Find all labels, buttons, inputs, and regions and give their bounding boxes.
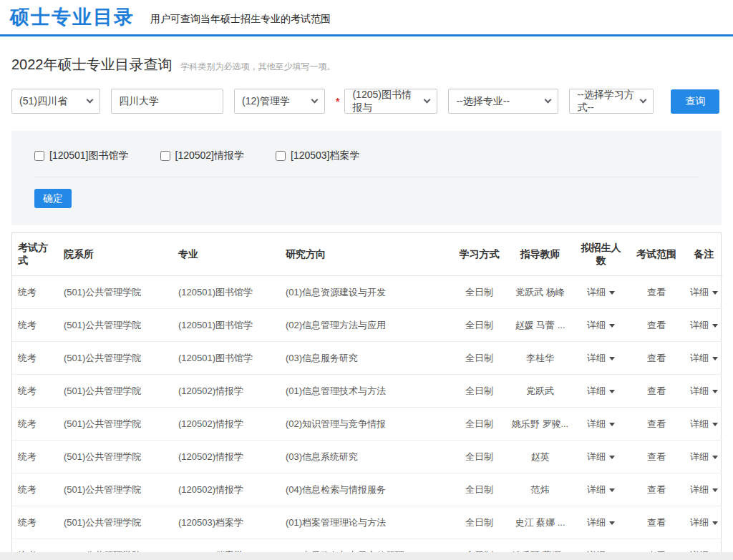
col-planned-enrollment: 拟招生人数 — [573, 233, 627, 276]
chevron-down-icon — [640, 97, 647, 104]
exam-scope-view-link[interactable]: 查看 — [647, 517, 666, 528]
planned-enrollment-cell: 详细 — [573, 342, 627, 375]
exam-scope-view-link[interactable]: 查看 — [647, 353, 666, 363]
app-title: 硕士专业目录 — [10, 4, 135, 30]
major-checkbox-120501[interactable] — [34, 151, 44, 161]
department-cell: (501)公共管理学院 — [58, 506, 173, 539]
remarks-detail-link[interactable]: 详细 — [690, 550, 718, 552]
exam-scope-view-link[interactable]: 查看 — [647, 418, 666, 429]
major-cell: (120501)图书馆学 — [173, 342, 280, 375]
department-cell: (501)公共管理学院 — [58, 408, 173, 441]
caret-down-icon — [609, 456, 615, 459]
exam-scope-cell: 查看 — [627, 309, 684, 342]
table-row: 统考 (501)公共管理学院 (120502)情报学 (03)信息系统研究 全日… — [12, 441, 722, 473]
major-cell: (120502)情报学 — [173, 375, 280, 408]
caret-down-icon — [609, 390, 615, 393]
study-mode-placeholder: --选择学习方式-- — [577, 89, 635, 114]
discipline-category-select[interactable]: (12)管理学 — [234, 89, 325, 114]
remarks-detail-link[interactable]: 详细 — [690, 451, 718, 462]
major-option-120503[interactable]: [120503]档案学 — [276, 149, 360, 162]
university-input[interactable]: 四川大学 — [111, 89, 223, 114]
major-select[interactable]: --选择专业-- — [448, 89, 558, 114]
remarks-cell: 详细 — [684, 441, 722, 473]
remarks-detail-link[interactable]: 详细 — [690, 484, 718, 495]
major-option-120501[interactable]: [120501]图书馆学 — [34, 149, 129, 162]
chevron-down-icon — [87, 97, 94, 104]
exam-scope-cell: 查看 — [627, 473, 684, 506]
exam-type-cell: 统考 — [12, 342, 58, 375]
planned-enrollment-detail-link[interactable]: 详细 — [587, 484, 615, 495]
exam-scope-view-link[interactable]: 查看 — [647, 287, 666, 298]
major-option-120502[interactable]: [120502]情报学 — [160, 149, 245, 162]
department-cell: (501)公共管理学院 — [58, 309, 173, 342]
research-direction-cell: (02)知识管理与竞争情报 — [280, 408, 452, 441]
results-table: 考试方式 院系所 专业 研究方向 学习方式 指导教师 拟招生人数 考试范围 备注… — [12, 233, 722, 552]
research-direction-cell: (02)信息管理方法与应用 — [280, 309, 452, 342]
exam-scope-cell: 查看 — [627, 342, 684, 375]
exam-scope-view-link[interactable]: 查看 — [647, 451, 666, 462]
remarks-cell: 详细 — [684, 539, 722, 553]
col-department: 院系所 — [58, 233, 173, 276]
planned-enrollment-cell: 详细 — [573, 309, 627, 342]
exam-scope-cell: 查看 — [627, 506, 684, 539]
major-cell: (120502)情报学 — [173, 408, 280, 441]
remarks-detail-link[interactable]: 详细 — [690, 385, 718, 396]
exam-scope-view-link[interactable]: 查看 — [647, 550, 666, 552]
province-select[interactable]: (51)四川省 — [11, 89, 100, 114]
research-direction-cell: (02)电子政务与电子文件管理 — [280, 539, 452, 553]
province-select-value: (51)四川省 — [19, 95, 67, 108]
remarks-cell: 详细 — [684, 276, 722, 309]
results-table-container: 考试方式 院系所 专业 研究方向 学习方式 指导教师 拟招生人数 考试范围 备注… — [11, 232, 722, 552]
study-mode-select[interactable]: --选择学习方式-- — [569, 89, 654, 114]
study-mode-cell: 全日制 — [452, 506, 505, 539]
exam-type-cell: 统考 — [12, 473, 58, 506]
planned-enrollment-detail-link[interactable]: 详细 — [587, 517, 615, 528]
remarks-cell: 详细 — [684, 309, 722, 342]
planned-enrollment-detail-link[interactable]: 详细 — [587, 320, 615, 330]
first-level-discipline-select[interactable]: (1205)图书情报与 — [344, 89, 437, 114]
remarks-detail-link[interactable]: 详细 — [690, 320, 718, 330]
planned-enrollment-detail-link[interactable]: 详细 — [587, 550, 615, 552]
planned-enrollment-detail-link[interactable]: 详细 — [587, 353, 615, 363]
confirm-button[interactable]: 确定 — [34, 189, 72, 208]
col-major: 专业 — [173, 233, 280, 276]
research-direction-cell: (01)信息资源建设与开发 — [280, 276, 452, 309]
department-cell: (501)公共管理学院 — [58, 375, 173, 408]
caret-down-icon — [609, 488, 615, 492]
discipline-category-value: (12)管理学 — [242, 95, 290, 108]
planned-enrollment-detail-link[interactable]: 详细 — [587, 451, 615, 462]
major-checkbox-120503[interactable] — [276, 151, 286, 161]
page: 硕士专业目录 用户可查询当年硕士招生专业的考试范围 2022年硕士专业目录查询 … — [0, 0, 733, 552]
department-cell: (501)公共管理学院 — [58, 342, 173, 375]
planned-enrollment-cell: 详细 — [573, 375, 627, 408]
research-direction-cell: (01)信息管理技术与方法 — [280, 375, 452, 408]
exam-scope-view-link[interactable]: 查看 — [647, 484, 666, 495]
remarks-detail-link[interactable]: 详细 — [690, 418, 718, 429]
required-asterisk: * — [336, 96, 339, 107]
query-button[interactable]: 查询 — [671, 89, 719, 114]
caret-down-icon — [712, 423, 718, 426]
planned-enrollment-cell: 详细 — [573, 506, 627, 539]
major-checkbox-row: [120501]图书馆学 [120502]情报学 [120503]档案学 — [34, 149, 699, 162]
planned-enrollment-detail-link[interactable]: 详细 — [587, 418, 615, 429]
exam-scope-view-link[interactable]: 查看 — [647, 385, 666, 396]
table-header-row: 考试方式 院系所 专业 研究方向 学习方式 指导教师 拟招生人数 考试范围 备注 — [12, 233, 722, 276]
exam-scope-cell: 查看 — [627, 276, 684, 309]
caret-down-icon — [712, 390, 718, 393]
advisors-cell: 李桂华 — [505, 342, 573, 375]
advisors-cell: 姚乐野 罗骏... — [505, 408, 573, 441]
remarks-detail-link[interactable]: 详细 — [690, 287, 718, 298]
exam-type-cell: 统考 — [12, 408, 58, 441]
remarks-detail-link[interactable]: 详细 — [690, 353, 718, 363]
exam-scope-view-link[interactable]: 查看 — [647, 320, 666, 330]
remarks-detail-link[interactable]: 详细 — [690, 517, 718, 528]
chevron-down-icon — [424, 97, 431, 104]
table-row: 统考 (501)公共管理学院 (120502)情报学 (04)信息检索与情报服务… — [12, 473, 722, 506]
table-body: 统考 (501)公共管理学院 (120501)图书馆学 (01)信息资源建设与开… — [12, 276, 722, 553]
planned-enrollment-detail-link[interactable]: 详细 — [587, 385, 615, 396]
major-option-label: [120503]档案学 — [291, 149, 360, 162]
caret-down-icon — [712, 456, 718, 459]
exam-type-cell: 统考 — [12, 441, 58, 473]
major-checkbox-120502[interactable] — [160, 151, 170, 161]
planned-enrollment-detail-link[interactable]: 详细 — [587, 287, 615, 298]
